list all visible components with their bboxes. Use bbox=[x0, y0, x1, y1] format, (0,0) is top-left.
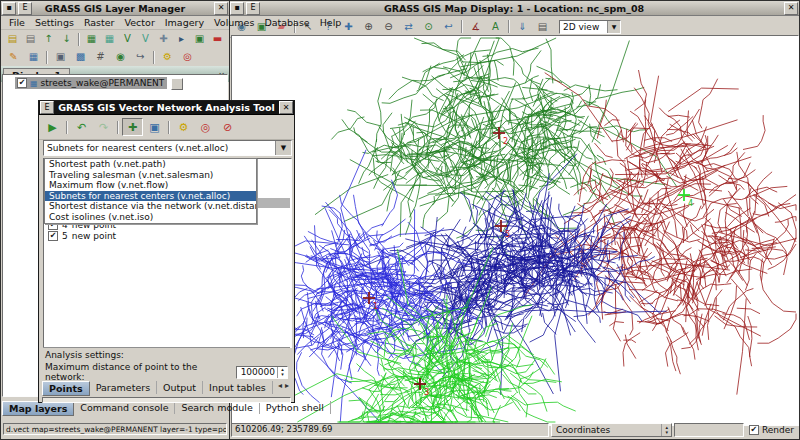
zoom-region-icon[interactable]: ⊙ bbox=[419, 19, 438, 35]
statusbar-mode-select[interactable]: Coordinates ▴▾ bbox=[551, 423, 672, 437]
layer-context-button[interactable] bbox=[171, 78, 183, 90]
close-button[interactable]: ✕ bbox=[784, 2, 798, 15]
dialog-title: GRASS GIS Vector Network Analysis Tool bbox=[39, 102, 294, 113]
workspace-new-icon[interactable]: ▤ bbox=[4, 31, 21, 47]
zoom-out-icon[interactable]: ⊖ bbox=[379, 19, 398, 35]
overlay-add-icon[interactable]: A bbox=[486, 19, 505, 35]
menu-file[interactable]: File bbox=[4, 17, 30, 28]
tab-map-layers[interactable]: Map layers bbox=[2, 401, 74, 416]
render-checkbox[interactable]: ✔ bbox=[749, 425, 759, 435]
help-icon[interactable]: ◎ bbox=[178, 49, 197, 65]
zoom-in-icon[interactable]: ⊕ bbox=[359, 19, 378, 35]
menu-settings[interactable]: Settings bbox=[30, 17, 79, 28]
raster-calculator-icon[interactable]: ▩ bbox=[71, 49, 90, 65]
point-checkbox[interactable]: ✔ bbox=[48, 231, 58, 241]
attribute-table-icon[interactable]: ▦ bbox=[24, 49, 43, 65]
statusbar-mode-value: Coordinates bbox=[556, 425, 610, 435]
redo-icon[interactable]: ↷ bbox=[93, 118, 114, 136]
option-shortest-distance-via-the-network-v-net-distance[interactable]: Shortest distance via the network (v.net… bbox=[45, 201, 256, 212]
analyze-icon[interactable]: ∡ bbox=[466, 19, 485, 35]
point-row-5[interactable]: ✔5new point bbox=[45, 230, 290, 241]
max-distance-label: Maximum distance of point to the network… bbox=[45, 362, 232, 382]
max-distance-value: 100000 bbox=[237, 367, 277, 378]
grid-icon[interactable]: # bbox=[91, 49, 110, 65]
progress-well bbox=[674, 423, 744, 437]
edit-vector-icon[interactable]: ✎ bbox=[4, 49, 23, 65]
menubar: FileSettingsRasterVectorImageryVolumesDa… bbox=[1, 16, 229, 30]
map-canvas[interactable]: 24513 bbox=[231, 35, 799, 426]
print-icon[interactable]: ▤ bbox=[533, 19, 552, 35]
insert-points-icon[interactable]: ✚ bbox=[122, 118, 143, 136]
close-button[interactable]: ✕ bbox=[214, 2, 228, 15]
settings-icon[interactable]: ⚙ bbox=[158, 49, 177, 65]
analysis-method-dropdown: Shortest path (v.net.path)Traveling sale… bbox=[44, 158, 257, 224]
center-marker-label: 4 bbox=[688, 199, 693, 208]
help-icon[interactable]: ◎ bbox=[195, 118, 216, 136]
delete-layer-icon[interactable]: ▬ bbox=[209, 31, 226, 47]
add-layer-misc-icon[interactable]: ✚ bbox=[155, 31, 172, 47]
layer-manager-toolbar-row2: ✎▦▣▩#◉↪⚙◎ bbox=[1, 48, 229, 66]
analysis-method-combobox[interactable]: Subnets for nearest centers (v.net.alloc… bbox=[43, 140, 292, 156]
workspace-load-icon[interactable]: ↑ bbox=[40, 31, 57, 47]
tab-output[interactable]: Output bbox=[157, 381, 203, 394]
analysis-method-value: Subnets for nearest centers (v.net.alloc… bbox=[44, 141, 275, 155]
dialog-tabs: PointsParametersOutputInput tables ◂ ▸ bbox=[42, 381, 291, 396]
menu-volumes[interactable]: Volumes bbox=[209, 17, 259, 28]
layer-row-selected[interactable]: ✔ ▦ streets_wake@PERMANENT bbox=[15, 77, 167, 89]
tab-points[interactable]: Points bbox=[42, 381, 90, 396]
window-menu-button[interactable]: ▪ bbox=[2, 2, 16, 15]
chevron-down-icon[interactable]: ▼ bbox=[275, 141, 291, 155]
add-group-icon[interactable]: ▣ bbox=[191, 31, 208, 47]
menu-imagery[interactable]: Imagery bbox=[160, 17, 209, 28]
close-button[interactable]: ✕ bbox=[279, 101, 293, 114]
add-vector-icon[interactable]: V bbox=[119, 31, 136, 47]
toolbar-separator bbox=[78, 33, 80, 46]
point-label: new point bbox=[72, 231, 116, 241]
run-icon[interactable]: ▶ bbox=[42, 118, 63, 136]
tab-parameters[interactable]: Parameters bbox=[90, 381, 157, 394]
menu-raster[interactable]: Raster bbox=[79, 17, 120, 28]
undo-icon[interactable]: ↶ bbox=[71, 118, 92, 136]
spinner-arrows-icon[interactable]: ▴▾ bbox=[277, 367, 287, 378]
add-raster-misc-icon[interactable]: ▦ bbox=[101, 31, 118, 47]
tab-next-icon[interactable]: ▸ bbox=[285, 381, 289, 390]
quit-icon[interactable]: ⊘ bbox=[217, 118, 238, 136]
option-maximum-flow-v-net-flow[interactable]: Maximum flow (v.net.flow) bbox=[45, 180, 256, 191]
option-cost-isolines-v-net-iso[interactable]: Cost isolines (v.net.iso) bbox=[45, 212, 256, 223]
layer-checkbox[interactable]: ✔ bbox=[17, 78, 27, 88]
zoom-extent-icon[interactable]: ⇄ bbox=[399, 19, 418, 35]
workspace-save-icon[interactable]: ↓ bbox=[58, 31, 75, 47]
chevron-down-icon[interactable]: ▼ bbox=[607, 21, 620, 33]
option-traveling-salesman-v-net-salesman[interactable]: Traveling salesman (v.net.salesman) bbox=[45, 170, 256, 181]
menu-database[interactable]: Database bbox=[259, 17, 314, 28]
workspace-open-icon[interactable]: ▤ bbox=[22, 31, 39, 47]
toolbar-separator bbox=[153, 51, 155, 64]
toolbar-separator bbox=[66, 121, 68, 134]
spinner-arrows-icon[interactable]: ▴▾ bbox=[661, 424, 671, 436]
center-marker-label: 2 bbox=[503, 137, 508, 146]
layer-manager-title: GRASS GIS Layer Manager bbox=[1, 3, 229, 14]
add-vector-misc-icon[interactable]: V bbox=[137, 31, 154, 47]
window-menu-button[interactable]: ▪ bbox=[230, 2, 244, 15]
tab-prev-icon[interactable]: ◂ bbox=[278, 381, 282, 390]
graphical-modeler-icon[interactable]: ↪ bbox=[131, 49, 150, 65]
max-distance-spinner[interactable]: 100000 ▴▾ bbox=[236, 366, 288, 379]
map-display-statusbar: 610206.49; 235789.69 Coordinates ▴▾ ✔ Re… bbox=[230, 422, 798, 438]
settings-icon[interactable]: ⚙ bbox=[173, 118, 194, 136]
menu-help[interactable]: Help bbox=[315, 17, 347, 28]
add-command-icon[interactable]: ▸ bbox=[173, 31, 190, 47]
snapping-icon[interactable]: ▣ bbox=[144, 118, 165, 136]
georectify-icon[interactable]: ◉ bbox=[111, 49, 130, 65]
tab-input-tables[interactable]: Input tables bbox=[203, 381, 273, 394]
option-shortest-path-v-net-path[interactable]: Shortest path (v.net.path) bbox=[45, 159, 256, 170]
add-raster-icon[interactable]: ▦ bbox=[83, 31, 100, 47]
save-display-icon[interactable]: ⇓ bbox=[513, 19, 532, 35]
render-toggle[interactable]: ✔ Render bbox=[746, 423, 797, 437]
point-id: 5 bbox=[62, 231, 68, 241]
view-mode-select[interactable]: 2D view ▼ bbox=[559, 20, 621, 34]
new-display-icon[interactable]: ▣ bbox=[51, 49, 70, 65]
layer-manager-titlebar: ▪ E GRASS GIS Layer Manager ✕ bbox=[1, 1, 229, 16]
option-subnets-for-nearest-centers-v-net-alloc[interactable]: Subnets for nearest centers (v.net.alloc… bbox=[45, 191, 256, 202]
menu-vector[interactable]: Vector bbox=[120, 17, 160, 28]
zoom-back-icon[interactable]: ↩ bbox=[439, 19, 458, 35]
